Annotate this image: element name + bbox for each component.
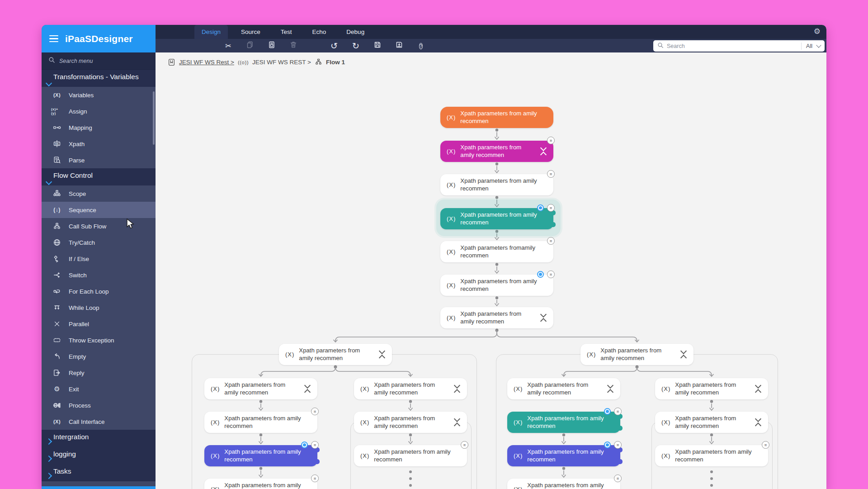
collapse-toggle[interactable]	[756, 383, 764, 394]
sidebar-item-scope[interactable]: Scope	[42, 185, 156, 202]
sidebar-item-xpath[interactable]: XMLXpath	[42, 136, 156, 152]
flow-icon	[315, 58, 322, 66]
sidebar-search[interactable]: Search menu	[42, 52, 156, 70]
flow-node-branch-2-col-2-1[interactable]: (X)Xpath parameters from amily recommen	[655, 378, 768, 399]
collapse-toggle[interactable]	[305, 383, 313, 394]
undo-button[interactable]: ↺	[327, 39, 341, 52]
flow-node-branch-1-col-1-3[interactable]: (X)Xpath parameters from amily recommen≡	[204, 445, 317, 466]
breakpoint-badge[interactable]	[604, 442, 611, 448]
collapse-toggle[interactable]	[455, 383, 462, 394]
sidebar-item-parallel[interactable]: Parallel	[42, 316, 156, 332]
sidebar-section-logging[interactable]: logging	[42, 447, 156, 464]
breakpoint-badge[interactable]	[537, 204, 544, 211]
hamburger-menu-icon[interactable]	[49, 35, 58, 43]
breakpoint-badge[interactable]	[604, 408, 611, 415]
sidebar-item-while-loop[interactable]: While Loop	[42, 299, 156, 316]
flow-node-main-7[interactable]: (X)Xpath parameters from amily recommen	[440, 307, 553, 328]
sidebar-item-sequence[interactable]: (↓)Sequence	[42, 202, 156, 218]
sidebar-item-reply[interactable]: Reply	[42, 365, 156, 381]
note-badge[interactable]: ≡	[614, 441, 622, 449]
sidebar-item-empty[interactable]: Empty	[42, 348, 156, 365]
collapse-toggle[interactable]	[681, 349, 689, 360]
flow-node-main-3[interactable]: (X)Xpath parameters from amily recommen≡	[440, 174, 553, 195]
sidebar-item-try-catch[interactable]: Try/Catch	[42, 234, 156, 251]
flow-node-branch-2-col-1-4[interactable]: (X)Xpath parameters from amily recommen≡	[507, 479, 620, 489]
flow-node-main-6[interactable]: (X)Xpath parameters from amily recommen≡	[440, 275, 553, 296]
flow-node-main-5[interactable]: (X)Xpath parameters fromamily recommen≡	[440, 241, 553, 262]
flow-node-branch-1-col-2-2[interactable]: (X)Xpath parameters from amily recommen	[354, 412, 467, 433]
sidebar-section-transformations-variables[interactable]: Transformations - Variables	[42, 70, 156, 87]
sidebar-item-label: Xpath	[69, 141, 85, 147]
note-badge[interactable]: ≡	[461, 441, 468, 449]
sidebar-item-switch[interactable]: Switch	[42, 267, 156, 283]
sidebar-item-mapping[interactable]: Mapping	[42, 119, 156, 136]
tab-test[interactable]: Test	[274, 25, 299, 39]
flow-node-branch-2-parent[interactable]: (X)Xpath parameters from amily recommen	[580, 344, 693, 365]
global-search[interactable]: Search All	[653, 40, 825, 52]
flow-node-main-4[interactable]: (X)Xpath parameters from amily recommen≡	[440, 208, 553, 229]
help-button[interactable]: ?	[414, 39, 428, 52]
collapse-toggle[interactable]	[380, 349, 387, 360]
breadcrumb-item[interactable]: JESI WF WS Rest >	[179, 59, 234, 66]
note-badge[interactable]: ≡	[547, 204, 555, 212]
collapse-toggle[interactable]	[455, 417, 462, 428]
sidebar-item-call-sub-flow[interactable]: Call Sub Flow	[42, 218, 156, 234]
breakpoint-badge[interactable]	[537, 271, 544, 278]
sidebar-item-variables[interactable]: (X)Variables	[42, 87, 156, 103]
flow-node-main-1[interactable]: (X)Xpath parameters from amily recommen	[440, 107, 553, 128]
collapse-toggle[interactable]	[541, 146, 549, 157]
sidebar-section-intergration[interactable]: Intergration	[42, 430, 156, 447]
flow-node-branch-1-col-2-3[interactable]: (X)Xpath parameters from amily recommen≡	[354, 445, 467, 466]
note-badge[interactable]: ≡	[614, 475, 622, 482]
flow-node-branch-2-col-1-2[interactable]: (X)Xpath parameters from amily recommen≡	[507, 412, 620, 433]
collapse-toggle[interactable]	[608, 383, 616, 394]
sidebar-section-flow-control[interactable]: Flow Control	[42, 168, 156, 185]
cut-button[interactable]: ✂	[222, 39, 235, 52]
save-all-button[interactable]	[392, 39, 406, 52]
save-button[interactable]	[371, 39, 384, 52]
settings-gear-icon[interactable]: ⚙	[814, 27, 821, 36]
sidebar-item-exit[interactable]: ⚙Exit	[42, 381, 156, 397]
note-badge[interactable]: ≡	[311, 475, 319, 482]
chevron-down-icon	[755, 382, 761, 389]
collapse-toggle[interactable]	[541, 312, 549, 323]
flow-canvas[interactable]: JESI WF WS Rest >((o))JESI WF WS REST >F…	[156, 52, 826, 489]
note-badge[interactable]: ≡	[547, 237, 555, 245]
note-badge[interactable]: ≡	[311, 408, 319, 415]
flow-node-branch-1-col-1-1[interactable]: (X)Xpath parameters from amily recommen	[204, 378, 317, 399]
paste-button[interactable]	[265, 39, 278, 52]
sidebar-section-tasks[interactable]: Tasks	[42, 464, 156, 481]
flow-node-branch-2-col-1-3[interactable]: (X)Xpath parameters from amily recommen≡	[507, 445, 620, 466]
note-badge[interactable]: ≡	[547, 271, 555, 278]
note-badge[interactable]: ≡	[311, 441, 319, 449]
chevron-down-icon[interactable]	[816, 43, 821, 47]
flow-node-branch-2-col-1-1[interactable]: (X)Xpath parameters from amily recommen	[507, 378, 620, 399]
sidebar-item-process[interactable]: Process	[42, 397, 156, 413]
note-badge[interactable]: ≡	[547, 170, 555, 178]
sidebar-item-for-each-loop[interactable]: For Each Loop	[42, 283, 156, 299]
note-badge[interactable]: ≡	[547, 137, 555, 144]
flow-node-branch-1-col-2-1[interactable]: (X)Xpath parameters from amily recommen	[354, 378, 467, 399]
sidebar-scrollbar[interactable]	[153, 91, 155, 145]
tab-echo[interactable]: Echo	[305, 25, 334, 39]
collapse-toggle[interactable]	[756, 417, 764, 428]
flow-node-branch-1-col-1-2[interactable]: (X)Xpath parameters from amily recommen≡	[204, 412, 317, 433]
flow-node-branch-2-col-2-2[interactable]: (X)Xpath parameters from amily recommen	[655, 412, 768, 433]
note-badge[interactable]: ≡	[762, 441, 769, 449]
tab-design[interactable]: Design	[194, 25, 228, 39]
sidebar-item-assign[interactable]: (x)+(y)Assign	[42, 103, 156, 119]
sidebar-item-throw-exception[interactable]: Throw Exception	[42, 332, 156, 348]
breakpoint-badge[interactable]	[301, 442, 308, 448]
redo-button[interactable]: ↻	[349, 39, 363, 52]
tab-debug[interactable]: Debug	[339, 25, 372, 39]
flow-node-main-2[interactable]: (X)Xpath parameters from amily recommen≡	[440, 141, 553, 162]
sidebar-item-call-interface[interactable]: (X)Call Interface	[42, 413, 156, 430]
flow-node-branch-1-parent[interactable]: (X)Xpath parameters from amily recommen	[279, 344, 392, 365]
flow-node-branch-1-col-1-4[interactable]: (X)Xpath parameters from amily recommen≡	[204, 479, 317, 489]
chevron-up-icon	[607, 389, 613, 395]
sidebar-item-if-else[interactable]: If / Else	[42, 251, 156, 267]
flow-node-branch-2-col-2-3[interactable]: (X)Xpath parameters from amily recommen≡	[655, 445, 768, 466]
note-badge[interactable]: ≡	[614, 408, 622, 415]
tab-source[interactable]: Source	[234, 25, 268, 39]
sidebar-item-parse[interactable]: Parse	[42, 152, 156, 168]
